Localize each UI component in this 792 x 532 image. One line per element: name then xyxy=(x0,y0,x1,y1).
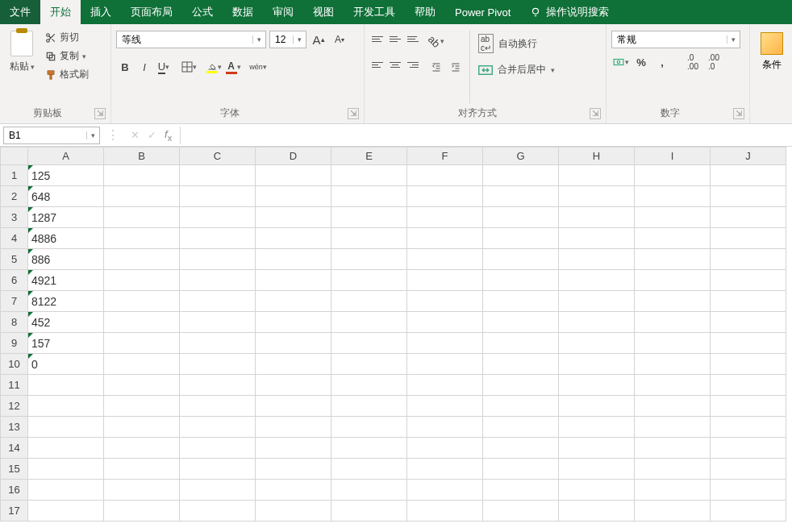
cell[interactable] xyxy=(559,186,635,207)
cell[interactable] xyxy=(104,207,180,228)
cell[interactable] xyxy=(559,354,635,375)
cell[interactable] xyxy=(483,459,559,480)
cell[interactable] xyxy=(331,438,407,459)
cell[interactable] xyxy=(180,354,256,375)
number-format-combo[interactable]: 常规 ▾ xyxy=(611,31,740,48)
cell[interactable]: 648 xyxy=(28,186,104,207)
col-header[interactable]: C xyxy=(180,148,256,165)
row-header[interactable]: 10 xyxy=(1,354,28,375)
cell[interactable] xyxy=(180,228,256,249)
font-color-button[interactable]: A ▾ xyxy=(224,58,242,76)
cell[interactable] xyxy=(104,312,180,333)
tab-formulas[interactable]: 公式 xyxy=(182,0,223,24)
chevron-down-icon[interactable]: ▾ xyxy=(252,35,265,44)
cell[interactable] xyxy=(635,417,711,438)
borders-button[interactable]: ▾ xyxy=(180,58,198,76)
tab-file[interactable]: 文件 xyxy=(0,0,40,24)
col-header[interactable]: J xyxy=(711,148,786,165)
cell[interactable] xyxy=(711,228,786,249)
cell[interactable] xyxy=(180,165,256,186)
chevron-down-icon[interactable]: ▾ xyxy=(86,131,99,139)
enter-formula-button[interactable]: ✓ xyxy=(148,129,156,141)
tell-me-search[interactable]: 操作说明搜索 xyxy=(520,0,619,24)
cell[interactable] xyxy=(407,396,483,417)
cell[interactable] xyxy=(635,165,711,186)
cell[interactable] xyxy=(407,186,483,207)
name-box[interactable]: B1 ▾ xyxy=(3,127,100,144)
cell[interactable] xyxy=(256,459,331,480)
cell[interactable] xyxy=(256,501,331,522)
cell[interactable] xyxy=(104,354,180,375)
cell[interactable] xyxy=(711,249,786,270)
cell[interactable] xyxy=(407,228,483,249)
cell[interactable] xyxy=(407,312,483,333)
tab-page-layout[interactable]: 页面布局 xyxy=(121,0,182,24)
cell[interactable] xyxy=(28,417,104,438)
cell[interactable] xyxy=(483,186,559,207)
tab-insert[interactable]: 插入 xyxy=(81,0,121,24)
cell[interactable] xyxy=(407,291,483,312)
cell[interactable] xyxy=(256,354,331,375)
cell[interactable] xyxy=(180,249,256,270)
cell[interactable] xyxy=(104,459,180,480)
chevron-down-icon[interactable]: ▾ xyxy=(293,35,306,44)
chevron-down-icon[interactable]: ▾ xyxy=(727,35,740,44)
cell[interactable] xyxy=(711,438,786,459)
cell[interactable] xyxy=(559,165,635,186)
cell[interactable] xyxy=(256,480,331,501)
wrap-text-button[interactable]: abc↵ 自动换行 xyxy=(475,32,558,55)
cell[interactable] xyxy=(331,417,407,438)
align-left-button[interactable] xyxy=(369,58,386,71)
increase-font-button[interactable]: A▴ xyxy=(310,31,327,48)
cell[interactable] xyxy=(559,480,635,501)
cell[interactable] xyxy=(635,186,711,207)
cell[interactable] xyxy=(559,375,635,396)
cell[interactable] xyxy=(635,375,711,396)
tab-review[interactable]: 审阅 xyxy=(263,0,303,24)
cell[interactable] xyxy=(407,480,483,501)
col-header[interactable]: H xyxy=(559,148,635,165)
row-header[interactable]: 5 xyxy=(1,249,28,270)
decrease-font-button[interactable]: A▾ xyxy=(331,31,348,48)
cell[interactable] xyxy=(256,417,331,438)
cell[interactable] xyxy=(559,438,635,459)
cell[interactable] xyxy=(256,333,331,354)
cell[interactable] xyxy=(711,375,786,396)
align-right-button[interactable] xyxy=(405,58,421,71)
cell[interactable] xyxy=(331,396,407,417)
cell[interactable] xyxy=(256,207,331,228)
cell[interactable] xyxy=(635,354,711,375)
cell[interactable] xyxy=(483,165,559,186)
cell[interactable] xyxy=(559,333,635,354)
cell[interactable] xyxy=(407,354,483,375)
cell[interactable] xyxy=(331,375,407,396)
col-header[interactable]: B xyxy=(104,148,180,165)
cell[interactable] xyxy=(104,228,180,249)
font-name-combo[interactable]: 等线 ▾ xyxy=(116,31,266,48)
cell[interactable] xyxy=(407,417,483,438)
cell[interactable] xyxy=(711,333,786,354)
tab-data[interactable]: 数据 xyxy=(223,0,263,24)
cell[interactable] xyxy=(256,375,331,396)
increase-indent-button[interactable] xyxy=(447,58,465,76)
copy-button[interactable]: 复制▾ xyxy=(42,48,92,64)
cell[interactable] xyxy=(331,312,407,333)
cancel-formula-button[interactable]: ✕ xyxy=(131,129,140,141)
cell[interactable] xyxy=(635,207,711,228)
cell[interactable] xyxy=(483,438,559,459)
cell[interactable] xyxy=(711,207,786,228)
cell[interactable] xyxy=(559,396,635,417)
cell[interactable] xyxy=(407,375,483,396)
cell[interactable] xyxy=(331,270,407,291)
cell[interactable] xyxy=(331,480,407,501)
cell[interactable]: 1287 xyxy=(28,207,104,228)
cell[interactable] xyxy=(711,186,786,207)
cell[interactable] xyxy=(331,228,407,249)
cell[interactable] xyxy=(711,417,786,438)
cell[interactable] xyxy=(28,375,104,396)
cell[interactable] xyxy=(407,333,483,354)
cell[interactable] xyxy=(407,207,483,228)
cell[interactable] xyxy=(483,501,559,522)
cell[interactable] xyxy=(711,354,786,375)
percent-button[interactable]: % xyxy=(632,53,650,71)
